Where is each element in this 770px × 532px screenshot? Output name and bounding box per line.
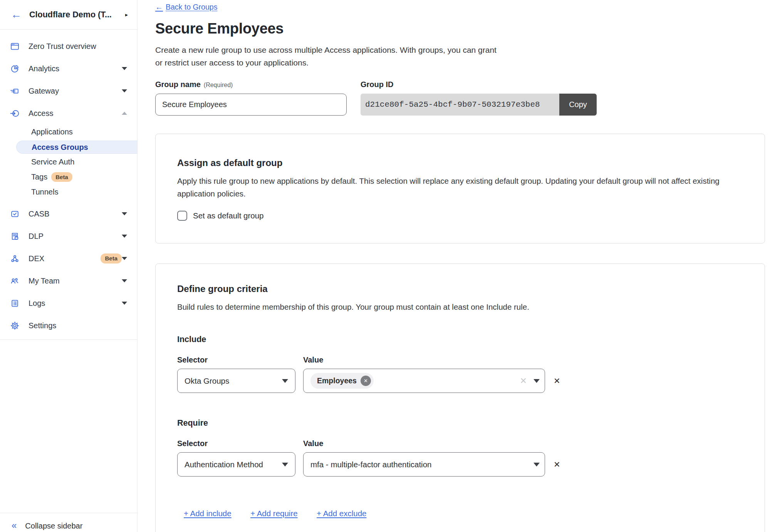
default-group-heading: Assign as default group xyxy=(177,157,743,169)
beta-badge: Beta xyxy=(101,253,122,263)
require-value-dropdown[interactable]: mfa - multiple-factor authentication xyxy=(303,452,545,477)
criteria-card: Define group criteria Build rules to det… xyxy=(155,263,765,532)
sidebar-item-casb[interactable]: CASB xyxy=(0,203,137,225)
gear-icon xyxy=(10,321,20,331)
group-form-row: Group name (Required) Group ID d21ce80f-… xyxy=(155,80,770,116)
chevron-down-icon xyxy=(122,67,127,70)
group-id-value: d21ce80f-5a25-4bcf-9b07-5032197e3be8 xyxy=(361,94,559,116)
sidebar-item-access[interactable]: Access xyxy=(0,102,137,124)
group-name-input[interactable] xyxy=(155,94,347,116)
back-to-groups-link[interactable]: ← Back to Groups xyxy=(155,3,217,12)
require-heading: Require xyxy=(177,418,743,428)
group-id-label: Group ID xyxy=(361,80,394,89)
chevron-down-icon xyxy=(122,89,127,92)
arrow-left-icon: ← xyxy=(155,3,163,12)
require-rule-row: Authentication Method mfa - multiple-fac… xyxy=(177,452,743,477)
sidebar-item-settings[interactable]: Settings xyxy=(0,314,137,337)
chevron-down-icon xyxy=(533,379,540,383)
sidebar-header: ← Cloudflare Demo (T... ▸ xyxy=(0,0,137,30)
selector-label: Selector xyxy=(177,356,303,364)
page-title: Secure Employees xyxy=(155,20,770,37)
sidebar-item-my-team[interactable]: My Team xyxy=(0,270,137,292)
gateway-icon xyxy=(10,86,20,96)
sidebar-divider xyxy=(0,339,137,340)
sidebar-item-service-auth[interactable]: Service Auth xyxy=(0,154,137,170)
sidebar-nav: Zero Trust overview Analytics Gateway Ac… xyxy=(0,30,137,340)
default-group-description: Apply this rule group to new application… xyxy=(177,175,743,200)
chevron-down-icon xyxy=(122,212,127,215)
add-include-link[interactable]: + Add include xyxy=(184,509,232,518)
sidebar: ← Cloudflare Demo (T... ▸ Zero Trust ove… xyxy=(0,0,138,532)
value-label: Value xyxy=(303,356,323,364)
casb-icon xyxy=(10,209,20,219)
arrow-left-icon[interactable]: ← xyxy=(11,9,22,20)
criteria-description: Build rules to determine membership of t… xyxy=(177,300,743,313)
default-group-checkbox[interactable] xyxy=(177,211,187,221)
sidebar-item-tags[interactable]: Tags Beta xyxy=(0,170,137,185)
include-rule-row: Okta Groups Employees ✕ ✕ ✕ xyxy=(177,369,743,393)
access-submenu: Applications Access Groups Service Auth … xyxy=(0,124,137,200)
include-selector-dropdown[interactable]: Okta Groups xyxy=(177,369,295,393)
add-require-link[interactable]: + Add require xyxy=(250,509,298,518)
default-group-card: Assign as default group Apply this rule … xyxy=(155,134,765,243)
account-title: Cloudflare Demo (T... xyxy=(29,10,124,20)
collapse-sidebar-button[interactable]: « Collapse sidebar xyxy=(0,513,137,532)
beta-badge: Beta xyxy=(51,172,72,182)
sidebar-item-dex[interactable]: DEX Beta xyxy=(0,247,137,270)
default-group-checkbox-label: Set as default group xyxy=(193,211,264,220)
chevron-down-icon xyxy=(533,463,540,467)
pie-chart-icon xyxy=(10,64,20,74)
value-tag: Employees ✕ xyxy=(310,373,374,389)
include-value-dropdown[interactable]: Employees ✕ ✕ xyxy=(303,369,545,393)
dlp-icon xyxy=(10,232,20,241)
clear-values-icon[interactable]: ✕ xyxy=(520,377,527,385)
sidebar-item-logs[interactable]: Logs xyxy=(0,292,137,314)
logs-icon xyxy=(10,299,20,308)
remove-include-rule-icon[interactable]: ✕ xyxy=(554,377,560,385)
chevron-up-icon xyxy=(122,112,127,115)
main-content: ← Back to Groups Secure Employees Create… xyxy=(138,0,770,532)
login-icon xyxy=(10,109,20,118)
sidebar-item-gateway[interactable]: Gateway xyxy=(0,80,137,102)
caret-right-icon[interactable]: ▸ xyxy=(124,10,129,19)
chevron-down-icon xyxy=(122,279,127,282)
page-description: Create a new rule group to use across mu… xyxy=(155,44,770,69)
add-rule-links: + Add include + Add require + Add exclud… xyxy=(177,509,743,518)
team-icon xyxy=(10,276,20,286)
selector-label: Selector xyxy=(177,439,303,448)
sidebar-item-analytics[interactable]: Analytics xyxy=(0,57,137,80)
chevron-down-icon xyxy=(122,302,127,305)
sidebar-item-dlp[interactable]: DLP xyxy=(0,225,137,247)
chevron-down-icon xyxy=(122,257,127,260)
value-label: Value xyxy=(303,439,323,448)
copy-button[interactable]: Copy xyxy=(559,94,597,116)
required-hint: (Required) xyxy=(204,82,233,89)
sidebar-item-applications[interactable]: Applications xyxy=(0,124,137,139)
sidebar-item-tunnels[interactable]: Tunnels xyxy=(0,185,137,200)
remove-tag-icon[interactable]: ✕ xyxy=(361,376,371,386)
criteria-heading: Define group criteria xyxy=(177,283,743,295)
window-icon xyxy=(10,42,20,51)
add-exclude-link[interactable]: + Add exclude xyxy=(317,509,366,518)
dex-icon xyxy=(10,254,20,263)
group-name-label: Group name xyxy=(155,80,201,89)
sidebar-item-zero-trust-overview[interactable]: Zero Trust overview xyxy=(0,35,137,57)
require-selector-dropdown[interactable]: Authentication Method xyxy=(177,452,295,477)
chevron-down-icon xyxy=(122,235,127,238)
double-chevron-left-icon: « xyxy=(12,521,17,530)
remove-require-rule-icon[interactable]: ✕ xyxy=(554,460,560,468)
sidebar-item-access-groups[interactable]: Access Groups xyxy=(16,141,137,154)
chevron-down-icon xyxy=(282,379,288,383)
chevron-down-icon xyxy=(282,463,288,467)
include-heading: Include xyxy=(177,335,743,344)
